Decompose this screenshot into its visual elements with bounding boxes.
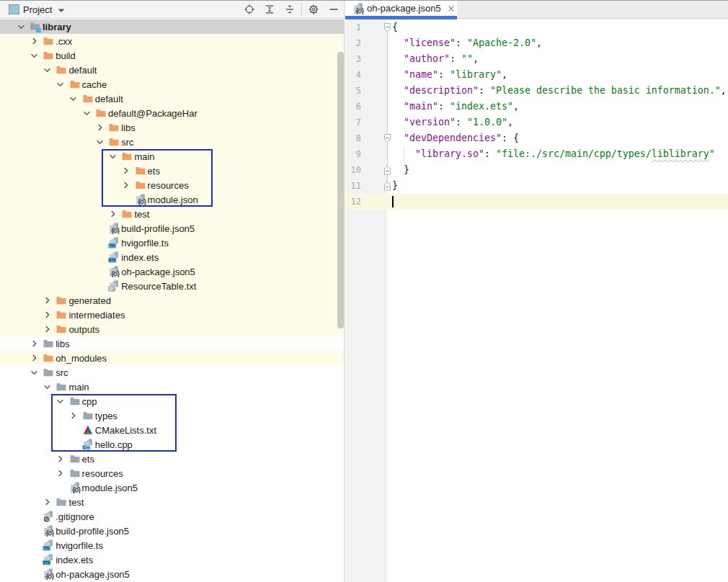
chevron-down-icon[interactable]	[28, 367, 40, 378]
chevron-down-icon[interactable]	[58, 3, 65, 16]
code-line-8[interactable]: 8 "devDependencies": {	[345, 130, 728, 146]
locate-icon[interactable]	[239, 1, 259, 18]
settings-gear-icon[interactable]	[303, 1, 324, 18]
code-line-11[interactable]: 11}	[345, 178, 728, 194]
tree-row-label: oh-package.json5	[121, 267, 201, 277]
module-folder-icon	[30, 21, 41, 32]
folder-gray-icon	[43, 367, 54, 378]
chevron-right-icon[interactable]	[41, 323, 53, 335]
chevron-right-icon[interactable]	[94, 122, 105, 133]
tree-row-default-PackageHar[interactable]: default@PackageHar	[0, 106, 344, 120]
code-line-9[interactable]: 9 "library.so": "file:./src/main/cpp/typ…	[345, 146, 728, 162]
tree-row-intermediates[interactable]: intermediates	[0, 308, 344, 322]
folder-orange-icon	[108, 136, 120, 148]
chevron-right-icon[interactable]	[41, 295, 53, 306]
tree-row-.gitignore[interactable]: .gitignore	[0, 509, 344, 524]
hide-panel-icon[interactable]	[324, 1, 344, 18]
chevron-down-icon[interactable]	[28, 50, 40, 61]
tree-row-default[interactable]: default	[0, 63, 344, 77]
svg-text:ETS: ETS	[109, 258, 116, 262]
code-line-10[interactable]: 10 }	[345, 162, 728, 178]
line-number: 3	[345, 51, 361, 67]
tree-row-resources[interactable]: resources	[0, 466, 344, 480]
expand-all-icon[interactable]	[259, 1, 280, 18]
chevron-down-icon[interactable]	[55, 79, 66, 90]
code-line-2[interactable]: 2 "license": "Apache-2.0",	[345, 35, 728, 51]
fold-start-marker-icon[interactable]	[384, 23, 391, 32]
tree-row-label: default	[95, 94, 129, 104]
chevron-right-icon[interactable]	[107, 208, 118, 220]
tree-row-hvigorfile.ts[interactable]: TShvigorfile.ts	[0, 538, 344, 552]
tree-row-hvigorfile.ts[interactable]: TShvigorfile.ts	[0, 236, 344, 250]
tab-label: oh-package.json5	[367, 3, 441, 14]
chevron-down-icon[interactable]	[94, 136, 105, 148]
tree-row-main[interactable]: main	[0, 380, 344, 394]
line-number: 6	[345, 99, 361, 115]
tree-row-library[interactable]: library	[0, 19, 344, 34]
chevron-spacer	[55, 482, 66, 493]
chevron-right-icon[interactable]	[55, 467, 66, 479]
code-line-1[interactable]: 1{	[345, 19, 728, 35]
tree-row-default[interactable]: default	[0, 91, 344, 106]
text-caret	[392, 196, 394, 207]
tree-row-build-profile.json5[interactable]: {}build-profile.json5	[0, 221, 344, 236]
tree-row-index.ets[interactable]: ETSindex.ets	[0, 250, 344, 264]
fold-end-marker-icon[interactable]	[384, 182, 391, 191]
code-editor[interactable]: 1{2 "license": "Apache-2.0",3 "author": …	[345, 19, 728, 582]
code-line-12[interactable]: 12	[345, 194, 728, 210]
tree-row-oh-package.json5[interactable]: {}oh-package.json5	[0, 264, 344, 279]
chevron-down-icon[interactable]	[68, 93, 79, 104]
json5-file-icon: {}	[352, 3, 364, 14]
tree-row-label: index.ets	[56, 555, 99, 565]
tree-row-libs[interactable]: libs	[0, 120, 344, 135]
chevron-down-icon[interactable]	[41, 64, 53, 76]
chevron-right-icon[interactable]	[28, 338, 40, 349]
tree-row-.cxx[interactable]: .cxx	[0, 34, 344, 48]
chevron-right-icon[interactable]	[28, 352, 40, 364]
fold-end-marker-icon[interactable]	[384, 166, 391, 175]
tree-row-ets[interactable]: ets	[0, 452, 344, 466]
tree-row-test[interactable]: test	[0, 495, 344, 509]
code-text: "description": "Please describe the basi…	[392, 83, 727, 99]
tree-row-label: library	[43, 22, 77, 32]
tree-row-libs[interactable]: libs	[0, 336, 344, 351]
tree-row-module.json5[interactable]: {}module.json5	[0, 480, 344, 495]
tree-row-cache[interactable]: cache	[0, 77, 344, 91]
tree-row-src[interactable]: src	[0, 365, 344, 380]
tree-row-build[interactable]: build	[0, 48, 344, 63]
tree-row-ResourceTable.txt[interactable]: ResourceTable.txt	[0, 279, 344, 293]
folder-orange-icon	[108, 122, 120, 133]
tree-row-oh-package.json5[interactable]: {}oh-package.json5	[0, 567, 344, 581]
collapse-all-icon[interactable]	[280, 1, 300, 18]
code-line-5[interactable]: 5 "description": "Please describe the ba…	[345, 83, 728, 99]
tree-row-oh-modules[interactable]: oh_modules	[0, 351, 344, 365]
tab-oh-package-json5[interactable]: {} oh-package.json5	[346, 1, 457, 16]
tree-row-label: libs	[56, 339, 76, 349]
tree-row-outputs[interactable]: outputs	[0, 322, 344, 336]
code-line-3[interactable]: 3 "author": "",	[345, 51, 728, 67]
tree-vertical-scrollbar[interactable]	[337, 52, 344, 328]
line-number: 10	[345, 162, 361, 178]
chevron-down-icon[interactable]	[41, 381, 53, 393]
fold-start-marker-icon[interactable]	[384, 134, 391, 143]
code-line-7[interactable]: 7 "version": "1.0.0",	[345, 115, 728, 130]
chevron-right-icon[interactable]	[55, 453, 66, 465]
chevron-right-icon[interactable]	[41, 496, 53, 508]
ets-file-icon: ETS	[108, 251, 120, 263]
tree-row-generated[interactable]: generated	[0, 293, 344, 308]
chevron-down-icon[interactable]	[81, 107, 92, 119]
tree-row-index.ets[interactable]: ETSindex.ets	[0, 552, 344, 567]
chevron-right-icon[interactable]	[41, 309, 53, 321]
chevron-right-icon[interactable]	[28, 35, 40, 47]
chevron-down-icon[interactable]	[15, 21, 27, 32]
tree-row-test[interactable]: test	[0, 207, 344, 221]
project-tool-window-icon	[9, 4, 19, 14]
folder-gray-icon	[69, 453, 81, 465]
tree-row-build-profile.json5[interactable]: {}build-profile.json5	[0, 524, 344, 538]
tab-close-icon[interactable]	[446, 4, 456, 14]
tree-row-src[interactable]: src	[0, 135, 344, 149]
code-line-6[interactable]: 6 "main": "index.ets",	[345, 99, 728, 115]
tree-row-label: module.json5	[82, 483, 143, 493]
code-line-4[interactable]: 4 "name": "library",	[345, 67, 728, 83]
folder-orange-icon	[56, 309, 67, 321]
